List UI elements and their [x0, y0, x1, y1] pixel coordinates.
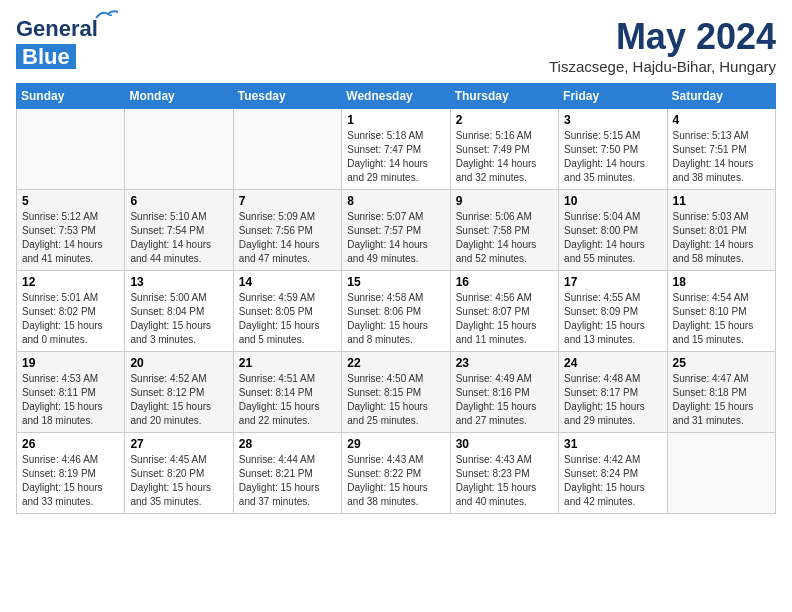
- day-info: Sunrise: 4:44 AM Sunset: 8:21 PM Dayligh…: [239, 453, 336, 509]
- day-info: Sunrise: 5:13 AM Sunset: 7:51 PM Dayligh…: [673, 129, 770, 185]
- day-cell: 26Sunrise: 4:46 AM Sunset: 8:19 PM Dayli…: [17, 433, 125, 514]
- day-info: Sunrise: 4:43 AM Sunset: 8:22 PM Dayligh…: [347, 453, 444, 509]
- day-cell: 22Sunrise: 4:50 AM Sunset: 8:15 PM Dayli…: [342, 352, 450, 433]
- day-number: 4: [673, 113, 770, 127]
- day-cell: 20Sunrise: 4:52 AM Sunset: 8:12 PM Dayli…: [125, 352, 233, 433]
- week-row-3: 12Sunrise: 5:01 AM Sunset: 8:02 PM Dayli…: [17, 271, 776, 352]
- day-number: 19: [22, 356, 119, 370]
- day-number: 14: [239, 275, 336, 289]
- day-number: 25: [673, 356, 770, 370]
- day-cell: 16Sunrise: 4:56 AM Sunset: 8:07 PM Dayli…: [450, 271, 558, 352]
- day-cell: 4Sunrise: 5:13 AM Sunset: 7:51 PM Daylig…: [667, 109, 775, 190]
- day-cell: [17, 109, 125, 190]
- day-cell: 2Sunrise: 5:16 AM Sunset: 7:49 PM Daylig…: [450, 109, 558, 190]
- day-cell: 31Sunrise: 4:42 AM Sunset: 8:24 PM Dayli…: [559, 433, 667, 514]
- day-cell: 12Sunrise: 5:01 AM Sunset: 8:02 PM Dayli…: [17, 271, 125, 352]
- day-info: Sunrise: 5:15 AM Sunset: 7:50 PM Dayligh…: [564, 129, 661, 185]
- day-number: 30: [456, 437, 553, 451]
- day-cell: 30Sunrise: 4:43 AM Sunset: 8:23 PM Dayli…: [450, 433, 558, 514]
- week-row-5: 26Sunrise: 4:46 AM Sunset: 8:19 PM Dayli…: [17, 433, 776, 514]
- day-info: Sunrise: 4:45 AM Sunset: 8:20 PM Dayligh…: [130, 453, 227, 509]
- day-cell: 3Sunrise: 5:15 AM Sunset: 7:50 PM Daylig…: [559, 109, 667, 190]
- header-sunday: Sunday: [17, 84, 125, 109]
- day-number: 9: [456, 194, 553, 208]
- day-cell: 24Sunrise: 4:48 AM Sunset: 8:17 PM Dayli…: [559, 352, 667, 433]
- day-cell: 15Sunrise: 4:58 AM Sunset: 8:06 PM Dayli…: [342, 271, 450, 352]
- header-row: SundayMondayTuesdayWednesdayThursdayFrid…: [17, 84, 776, 109]
- day-info: Sunrise: 5:01 AM Sunset: 8:02 PM Dayligh…: [22, 291, 119, 347]
- day-cell: 21Sunrise: 4:51 AM Sunset: 8:14 PM Dayli…: [233, 352, 341, 433]
- day-info: Sunrise: 4:52 AM Sunset: 8:12 PM Dayligh…: [130, 372, 227, 428]
- day-number: 1: [347, 113, 444, 127]
- day-info: Sunrise: 4:46 AM Sunset: 8:19 PM Dayligh…: [22, 453, 119, 509]
- header-wednesday: Wednesday: [342, 84, 450, 109]
- week-row-4: 19Sunrise: 4:53 AM Sunset: 8:11 PM Dayli…: [17, 352, 776, 433]
- day-number: 21: [239, 356, 336, 370]
- day-number: 11: [673, 194, 770, 208]
- calendar-table: SundayMondayTuesdayWednesdayThursdayFrid…: [16, 83, 776, 514]
- day-info: Sunrise: 5:10 AM Sunset: 7:54 PM Dayligh…: [130, 210, 227, 266]
- day-cell: 6Sunrise: 5:10 AM Sunset: 7:54 PM Daylig…: [125, 190, 233, 271]
- day-info: Sunrise: 5:03 AM Sunset: 8:01 PM Dayligh…: [673, 210, 770, 266]
- day-number: 17: [564, 275, 661, 289]
- day-cell: [233, 109, 341, 190]
- day-cell: 28Sunrise: 4:44 AM Sunset: 8:21 PM Dayli…: [233, 433, 341, 514]
- day-number: 8: [347, 194, 444, 208]
- day-info: Sunrise: 4:56 AM Sunset: 8:07 PM Dayligh…: [456, 291, 553, 347]
- logo: General Blue: [16, 16, 98, 70]
- day-info: Sunrise: 5:18 AM Sunset: 7:47 PM Dayligh…: [347, 129, 444, 185]
- day-number: 18: [673, 275, 770, 289]
- day-number: 13: [130, 275, 227, 289]
- day-info: Sunrise: 4:59 AM Sunset: 8:05 PM Dayligh…: [239, 291, 336, 347]
- day-number: 3: [564, 113, 661, 127]
- calendar-subtitle: Tiszacsege, Hajdu-Bihar, Hungary: [549, 58, 776, 75]
- day-number: 28: [239, 437, 336, 451]
- day-cell: 14Sunrise: 4:59 AM Sunset: 8:05 PM Dayli…: [233, 271, 341, 352]
- day-info: Sunrise: 4:55 AM Sunset: 8:09 PM Dayligh…: [564, 291, 661, 347]
- page-header: General Blue May 2024 Tiszacsege, Hajdu-…: [16, 16, 776, 75]
- day-number: 5: [22, 194, 119, 208]
- logo-blue: Blue: [16, 44, 76, 69]
- week-row-1: 1Sunrise: 5:18 AM Sunset: 7:47 PM Daylig…: [17, 109, 776, 190]
- day-number: 7: [239, 194, 336, 208]
- day-cell: [667, 433, 775, 514]
- header-monday: Monday: [125, 84, 233, 109]
- day-info: Sunrise: 4:58 AM Sunset: 8:06 PM Dayligh…: [347, 291, 444, 347]
- day-number: 31: [564, 437, 661, 451]
- day-info: Sunrise: 5:07 AM Sunset: 7:57 PM Dayligh…: [347, 210, 444, 266]
- day-info: Sunrise: 4:54 AM Sunset: 8:10 PM Dayligh…: [673, 291, 770, 347]
- header-saturday: Saturday: [667, 84, 775, 109]
- day-number: 23: [456, 356, 553, 370]
- day-number: 27: [130, 437, 227, 451]
- day-info: Sunrise: 4:49 AM Sunset: 8:16 PM Dayligh…: [456, 372, 553, 428]
- day-cell: 25Sunrise: 4:47 AM Sunset: 8:18 PM Dayli…: [667, 352, 775, 433]
- day-cell: 5Sunrise: 5:12 AM Sunset: 7:53 PM Daylig…: [17, 190, 125, 271]
- calendar-title: May 2024: [549, 16, 776, 58]
- logo-general: General: [16, 16, 98, 41]
- day-info: Sunrise: 4:50 AM Sunset: 8:15 PM Dayligh…: [347, 372, 444, 428]
- day-cell: 9Sunrise: 5:06 AM Sunset: 7:58 PM Daylig…: [450, 190, 558, 271]
- day-number: 12: [22, 275, 119, 289]
- day-cell: 1Sunrise: 5:18 AM Sunset: 7:47 PM Daylig…: [342, 109, 450, 190]
- day-info: Sunrise: 4:42 AM Sunset: 8:24 PM Dayligh…: [564, 453, 661, 509]
- day-info: Sunrise: 5:00 AM Sunset: 8:04 PM Dayligh…: [130, 291, 227, 347]
- day-info: Sunrise: 5:16 AM Sunset: 7:49 PM Dayligh…: [456, 129, 553, 185]
- day-info: Sunrise: 5:12 AM Sunset: 7:53 PM Dayligh…: [22, 210, 119, 266]
- day-number: 24: [564, 356, 661, 370]
- day-cell: 10Sunrise: 5:04 AM Sunset: 8:00 PM Dayli…: [559, 190, 667, 271]
- day-number: 20: [130, 356, 227, 370]
- day-info: Sunrise: 5:04 AM Sunset: 8:00 PM Dayligh…: [564, 210, 661, 266]
- day-number: 6: [130, 194, 227, 208]
- day-cell: 8Sunrise: 5:07 AM Sunset: 7:57 PM Daylig…: [342, 190, 450, 271]
- day-number: 22: [347, 356, 444, 370]
- header-thursday: Thursday: [450, 84, 558, 109]
- day-cell: 7Sunrise: 5:09 AM Sunset: 7:56 PM Daylig…: [233, 190, 341, 271]
- week-row-2: 5Sunrise: 5:12 AM Sunset: 7:53 PM Daylig…: [17, 190, 776, 271]
- day-cell: 29Sunrise: 4:43 AM Sunset: 8:22 PM Dayli…: [342, 433, 450, 514]
- day-number: 2: [456, 113, 553, 127]
- header-friday: Friday: [559, 84, 667, 109]
- header-tuesday: Tuesday: [233, 84, 341, 109]
- day-cell: [125, 109, 233, 190]
- day-cell: 18Sunrise: 4:54 AM Sunset: 8:10 PM Dayli…: [667, 271, 775, 352]
- day-number: 15: [347, 275, 444, 289]
